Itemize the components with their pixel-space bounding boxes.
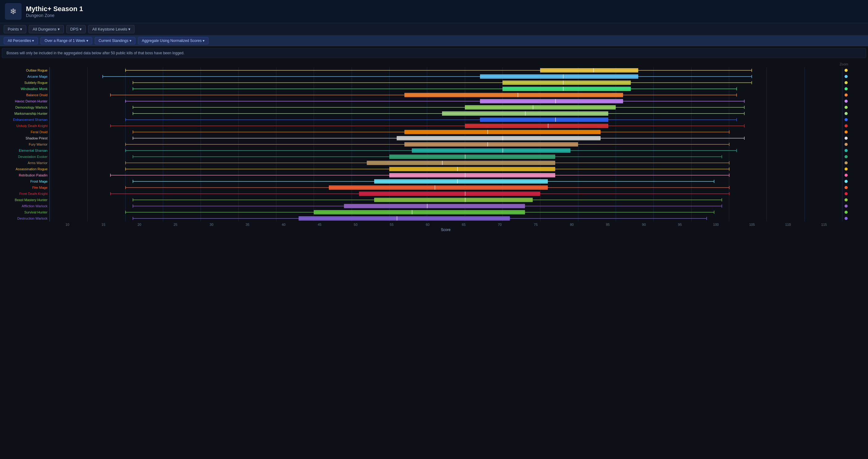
- dot-row: [842, 197, 867, 203]
- xaxis-tick: 115: [806, 221, 842, 226]
- iqr-box: [374, 179, 548, 184]
- spec-dot: [844, 69, 848, 72]
- median-line: [465, 155, 465, 159]
- spec-dot: [844, 192, 848, 195]
- whisker-left-end: [125, 161, 126, 164]
- iqr-box: [314, 210, 525, 214]
- iqr-box: [404, 142, 578, 147]
- spec-dot: [844, 136, 848, 140]
- whisker-left-end: [110, 174, 111, 177]
- xaxis-tick: 65: [446, 221, 482, 226]
- whisker-left-end: [125, 118, 126, 121]
- header: ❄ Mythic+ Season 1 Dungeon Zone: [0, 0, 868, 23]
- toolbar-btn-points[interactable]: Points ▾: [4, 25, 26, 33]
- xaxis-tick: 100: [698, 221, 734, 226]
- toolbar-btn-dungeons[interactable]: All Dungeons ▾: [29, 25, 64, 33]
- iqr-box: [404, 93, 623, 97]
- xaxis-tick: 60: [410, 221, 446, 226]
- filter-btn-percentiles[interactable]: All Percentiles ▾: [4, 37, 38, 44]
- xaxis-tick: 40: [266, 221, 302, 226]
- whisker-line: [133, 89, 736, 89]
- spec-label: Balance Druid: [26, 92, 48, 98]
- spec-label: Enhancement Shaman: [13, 117, 48, 123]
- bar-row: [50, 73, 842, 80]
- whisker-left-end: [133, 180, 133, 183]
- dot-row: [842, 148, 867, 154]
- spec-label: Assassination Rogue: [16, 166, 48, 172]
- xaxis-tick: 70: [482, 221, 518, 226]
- iqr-box: [389, 155, 555, 159]
- median-line: [563, 81, 563, 85]
- whisker-left-end: [125, 69, 126, 72]
- spec-dot: [844, 186, 848, 189]
- bar-row: [50, 191, 842, 197]
- bar-row: [50, 80, 842, 86]
- dot-row: [842, 129, 867, 135]
- median-line: [518, 93, 518, 97]
- filterbar: All Percentiles ▾Over a Range of 1 Week …: [0, 35, 868, 46]
- spec-label: Affliction Warlock: [22, 203, 48, 209]
- dot-row: [842, 191, 867, 197]
- median-line: [525, 111, 526, 116]
- dot-row: [842, 203, 867, 209]
- dot-row: [842, 160, 867, 166]
- spec-label: Havoc Demon Hunter: [15, 98, 48, 104]
- bar-row: [50, 129, 842, 135]
- bar-row: [50, 197, 842, 203]
- whisker-left-end: [125, 186, 126, 189]
- whisker-line: [133, 107, 744, 108]
- grid-line: [842, 67, 842, 221]
- iqr-box: [404, 130, 600, 134]
- iqr-box: [480, 74, 639, 79]
- median-line: [555, 118, 556, 122]
- spec-dot: [844, 180, 848, 183]
- dot-row: [842, 67, 867, 73]
- whisker-right-end: [736, 118, 737, 121]
- iqr-box: [412, 148, 570, 153]
- median-line: [465, 191, 465, 196]
- toolbar-btn-dps[interactable]: DPS ▾: [66, 25, 86, 33]
- xaxis-tick: 95: [662, 221, 698, 226]
- spec-label: Demonology Warlock: [16, 104, 48, 111]
- median-line: [548, 124, 549, 128]
- filter-btn-normalized[interactable]: Aggregate Using Normalized Scores ▾: [138, 37, 209, 44]
- whisker-right-end: [729, 161, 730, 164]
- iqr-box: [465, 105, 616, 110]
- xaxis-tick: 15: [86, 221, 122, 226]
- xaxis-tick: 55: [374, 221, 410, 226]
- median-line: [502, 136, 503, 140]
- whisker-right-end: [721, 155, 722, 158]
- dot-row: [842, 166, 867, 172]
- xaxis-tick: 50: [338, 221, 374, 226]
- filter-btn-week[interactable]: Over a Range of 1 Week ▾: [40, 37, 92, 44]
- filter-btn-standings[interactable]: Current Standings ▾: [95, 37, 135, 44]
- whisker-right-end: [714, 211, 714, 214]
- whisker-right-end: [751, 75, 752, 78]
- spec-dot: [844, 81, 848, 84]
- spec-dot: [844, 205, 848, 208]
- median-line: [435, 185, 435, 190]
- spec-label: Elemental Shaman: [19, 148, 48, 154]
- bar-row: [50, 148, 842, 154]
- bar-row: [50, 172, 842, 178]
- spec-label: Feral Druid: [31, 129, 48, 135]
- whisker-right-end: [744, 106, 745, 109]
- whisker-right-end: [729, 192, 730, 195]
- toolbar-btn-keystone[interactable]: All Keystone Levels ▾: [88, 25, 134, 33]
- whisker-line: [133, 82, 751, 83]
- whisker-right-end: [744, 112, 745, 115]
- whisker-right-end: [751, 81, 752, 84]
- spec-dot: [844, 75, 848, 78]
- median-line: [502, 148, 503, 153]
- spec-dot: [844, 217, 848, 220]
- spec-dot: [844, 87, 848, 90]
- whisker-line: [110, 126, 744, 126]
- whisker-line: [125, 119, 737, 120]
- whisker-right-end: [736, 149, 737, 152]
- spec-label: Arcane Mage: [27, 73, 48, 80]
- whisker-left-end: [133, 136, 133, 140]
- spec-dot: [844, 167, 848, 171]
- spec-dot: [844, 143, 848, 146]
- spec-label: Unholy Death Knight: [17, 123, 48, 129]
- spec-dot: [844, 100, 848, 103]
